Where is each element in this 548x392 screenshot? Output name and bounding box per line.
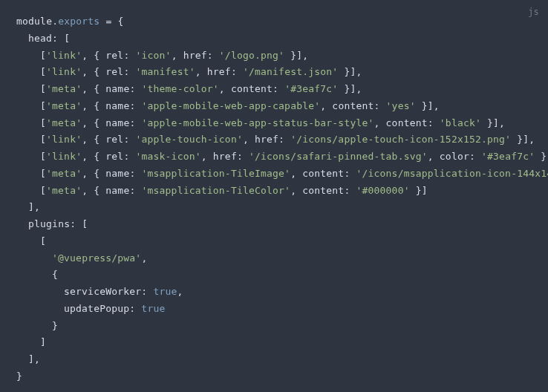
code-line: } xyxy=(16,368,548,385)
code-token: , color: xyxy=(428,151,481,162)
code-token: { xyxy=(52,269,58,280)
code-token: , { name: xyxy=(82,185,141,196)
code-token: '/icons/msapplication-icon-144x144.png' xyxy=(356,168,548,179)
code-line: ['link', { rel: 'icon', href: '/logo.png… xyxy=(16,48,548,65)
code-token: . xyxy=(52,16,58,27)
code-token: 'yes' xyxy=(386,100,416,111)
code-token: true xyxy=(141,303,165,314)
code-token: 'msapplication-TileImage' xyxy=(141,168,290,179)
code-token: , content: xyxy=(320,100,385,111)
code-line: { xyxy=(16,267,548,284)
code-token: '#3eaf7c' xyxy=(284,83,338,94)
code-token: 'link' xyxy=(46,134,82,145)
code-token: '#000000' xyxy=(356,185,409,196)
code-token: 'icon' xyxy=(135,50,171,61)
code-token: '/manifest.json' xyxy=(243,66,338,77)
code-token: ] xyxy=(40,336,46,347)
code-token: module xyxy=(16,16,52,27)
code-token: , xyxy=(141,252,147,264)
code-token: 'manifest' xyxy=(135,66,195,77)
code-token: , { rel: xyxy=(82,151,135,162)
code-line: '@vuepress/pwa', xyxy=(16,250,548,267)
code-token: , content: xyxy=(290,185,356,196)
code-token: , { rel: xyxy=(82,66,135,77)
code-token: , content: xyxy=(374,117,440,128)
code-token: ], xyxy=(28,201,40,212)
code-token: , { rel: xyxy=(82,134,135,145)
code-token: 'black' xyxy=(440,117,481,128)
code-token: }], xyxy=(338,66,362,77)
code-block: module.exports = {head: [['link', { rel:… xyxy=(16,13,548,385)
code-token: }], xyxy=(535,151,548,162)
code-token: [ xyxy=(40,134,46,145)
code-token: 'meta' xyxy=(46,168,82,179)
code-token: serviceWorker: xyxy=(64,286,153,297)
code-line: updatePopup: true xyxy=(16,301,548,318)
code-token: }] xyxy=(410,185,428,196)
code-line: ], xyxy=(16,351,548,368)
code-token: 'theme-color' xyxy=(141,83,218,94)
code-token: , href: xyxy=(195,66,243,77)
code-token: 'meta' xyxy=(46,100,82,111)
code-line: plugins: [ xyxy=(16,216,548,233)
code-token: [ xyxy=(40,83,46,94)
code-token: 'link' xyxy=(46,50,82,61)
code-token: , { name: xyxy=(82,168,141,179)
code-token: [ xyxy=(40,235,46,246)
code-line: } xyxy=(16,318,548,335)
code-line: ['link', { rel: 'apple-touch-icon', href… xyxy=(16,131,548,148)
code-line: ], xyxy=(16,199,548,216)
code-token: 'apple-touch-icon' xyxy=(135,134,242,145)
code-token: [ xyxy=(40,100,46,111)
code-token: , href: xyxy=(243,134,290,145)
code-token: 'meta' xyxy=(46,117,82,128)
code-token: '#3eaf7c' xyxy=(481,151,535,162)
code-token: , xyxy=(177,286,183,297)
code-line: ['meta', { name: 'theme-color', content:… xyxy=(16,81,548,98)
code-token: }], xyxy=(481,117,505,128)
code-token: '/icons/apple-touch-icon-152x152.png' xyxy=(290,134,511,145)
code-line: head: [ xyxy=(16,30,548,48)
code-token: , { rel: xyxy=(82,50,135,61)
code-token: 'apple-mobile-web-app-capable' xyxy=(141,100,320,111)
code-token: true xyxy=(153,286,177,297)
code-token: }], xyxy=(284,50,308,61)
code-token: [ xyxy=(40,50,46,61)
code-token: , { name: xyxy=(82,100,141,111)
code-line: module.exports = { xyxy=(16,13,548,30)
code-token: , { name: xyxy=(82,117,141,128)
code-token: , content: xyxy=(290,168,356,179)
code-line: ['meta', { name: 'apple-mobile-web-app-c… xyxy=(16,98,548,115)
code-token: '/logo.png' xyxy=(219,50,284,61)
code-token: }], xyxy=(511,134,535,145)
code-token: } xyxy=(52,320,58,331)
code-token: , href: xyxy=(172,50,219,61)
language-badge: js xyxy=(528,4,539,20)
code-token: [ xyxy=(40,185,46,196)
code-line: ['link', { rel: 'mask-icon', href: '/ico… xyxy=(16,148,548,166)
code-token: 'msapplication-TileColor' xyxy=(141,185,290,196)
code-token: 'link' xyxy=(46,66,82,77)
code-token: , href: xyxy=(201,151,249,162)
code-token: '/icons/safari-pinned-tab.svg' xyxy=(249,151,428,162)
code-token: plugins: [ xyxy=(28,218,88,229)
code-line: ['meta', { name: 'msapplication-TileImag… xyxy=(16,166,548,183)
code-token: [ xyxy=(40,168,46,179)
code-token: 'mask-icon' xyxy=(135,151,200,162)
code-token: '@vuepress/pwa' xyxy=(52,252,141,264)
code-token: [ xyxy=(40,66,46,77)
code-token: 'link' xyxy=(46,151,82,162)
code-token: , content: xyxy=(219,83,284,94)
code-token: [ xyxy=(40,151,46,162)
code-line: ['link', { rel: 'manifest', href: '/mani… xyxy=(16,64,548,81)
code-token: = { xyxy=(100,16,123,27)
code-token: exports xyxy=(58,16,100,27)
code-token: } xyxy=(16,370,22,382)
code-line: ['meta', { name: 'apple-mobile-web-app-s… xyxy=(16,115,548,132)
code-line: ['meta', { name: 'msapplication-TileColo… xyxy=(16,183,548,200)
code-token: ], xyxy=(28,353,40,365)
code-token: updatePopup: xyxy=(64,303,141,314)
code-token: [ xyxy=(40,117,46,128)
code-token: }], xyxy=(338,83,362,94)
code-line: [ xyxy=(16,233,548,250)
